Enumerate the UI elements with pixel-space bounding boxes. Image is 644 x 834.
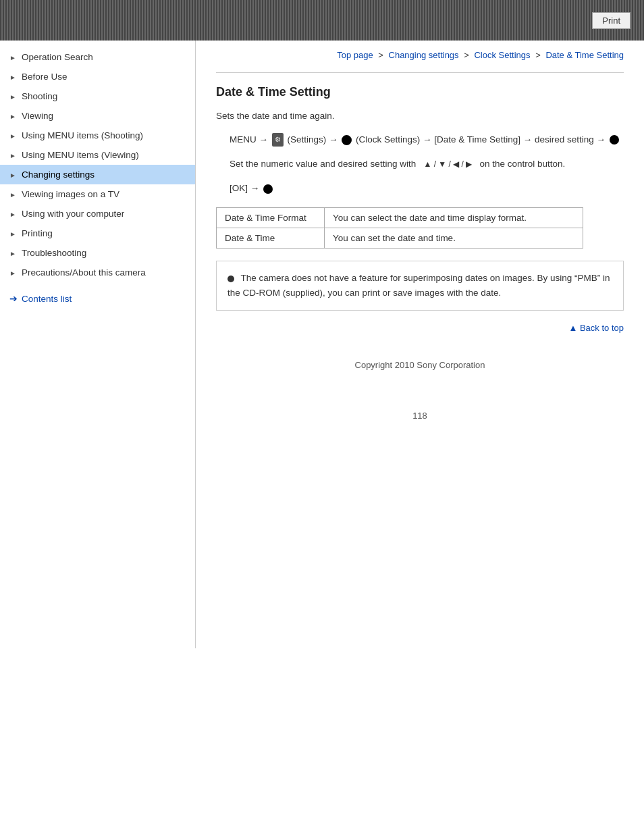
chevron-right-icon: ► xyxy=(9,172,16,178)
instruction2-prefix: Set the numeric value and desired settin… xyxy=(230,159,421,169)
breadcrumb: Top page > Changing settings > Clock Set… xyxy=(216,41,624,67)
print-button[interactable]: Print xyxy=(592,12,630,29)
chevron-right-icon: ► xyxy=(9,93,16,100)
page-title: Date & Time Setting xyxy=(216,85,624,99)
breadcrumb-top-page[interactable]: Top page xyxy=(337,50,373,60)
instruction1-settings: (Settings) → xyxy=(288,134,341,145)
copyright-text: Copyright 2010 Sony Corporation xyxy=(216,353,624,370)
confirm-icon xyxy=(610,135,619,145)
sidebar-item-shooting[interactable]: ► Shooting xyxy=(0,86,195,106)
direction-icons: ▲ / ▼ / ◀ / ▶ xyxy=(423,159,472,169)
info-table: Date & Time Format You can select the da… xyxy=(216,207,583,249)
sidebar-item-using-computer[interactable]: ► Using with your computer xyxy=(0,204,195,224)
chevron-right-icon: ► xyxy=(9,74,16,80)
sidebar-item-label: Viewing images on a TV xyxy=(22,189,119,199)
table-row: Date & Time You can set the date and tim… xyxy=(217,228,583,249)
chevron-right-icon: ► xyxy=(9,211,16,217)
chevron-right-icon: ► xyxy=(9,191,16,198)
note-text: The camera does not have a feature for s… xyxy=(227,273,610,298)
divider xyxy=(216,72,624,73)
contents-list-label: Contents list xyxy=(22,294,72,304)
chevron-right-icon: ► xyxy=(9,152,16,159)
instruction1-clock: (Clock Settings) → [Date & Time Setting]… xyxy=(356,134,608,145)
breadcrumb-current: Date & Time Setting xyxy=(545,50,624,60)
sidebar-item-viewing-images-tv[interactable]: ► Viewing images on a TV xyxy=(0,184,195,204)
sidebar: ► Operation Search ► Before Use ► Shooti… xyxy=(0,41,196,648)
sidebar-item-precautions[interactable]: ► Precautions/About this camera xyxy=(0,263,195,282)
sidebar-item-using-menu-viewing[interactable]: ► Using MENU items (Viewing) xyxy=(0,145,195,165)
sidebar-item-label: Operation Search xyxy=(22,52,93,62)
table-cell-format-label: Date & Time Format xyxy=(217,208,325,228)
contents-list-link[interactable]: ➔ Contents list xyxy=(0,286,195,311)
chevron-right-icon: ► xyxy=(9,54,16,61)
ok-icon xyxy=(263,184,273,194)
back-to-top-link[interactable]: ▲ Back to top xyxy=(568,323,624,333)
back-to-top-label: Back to top xyxy=(580,323,624,333)
sidebar-item-viewing[interactable]: ► Viewing xyxy=(0,106,195,126)
note-box: The camera does not have a feature for s… xyxy=(216,261,624,310)
sidebar-item-label: Using MENU items (Shooting) xyxy=(22,130,143,140)
settings-icon: ⚙ xyxy=(272,133,284,147)
table-row: Date & Time Format You can select the da… xyxy=(217,208,583,228)
bullet-icon xyxy=(227,276,234,282)
sidebar-item-operation-search[interactable]: ► Operation Search xyxy=(0,47,195,67)
intro-text: Sets the date and time again. xyxy=(216,109,624,124)
content-area: Top page > Changing settings > Clock Set… xyxy=(196,41,644,648)
sidebar-item-label: Viewing xyxy=(22,111,53,121)
sidebar-item-label: Troubleshooting xyxy=(22,248,86,258)
header-bar: Print xyxy=(0,0,644,41)
back-to-top[interactable]: ▲ Back to top xyxy=(216,323,624,333)
table-cell-format-desc: You can select the date and time display… xyxy=(325,208,583,228)
chevron-right-icon: ► xyxy=(9,132,16,139)
instruction1-block: MENU → ⚙ (Settings) → (Clock Settings) →… xyxy=(230,132,624,148)
breadcrumb-changing-settings[interactable]: Changing settings xyxy=(389,50,459,60)
sidebar-item-label: Before Use xyxy=(22,72,68,82)
sidebar-item-printing[interactable]: ► Printing xyxy=(0,224,195,243)
sidebar-item-label: Shooting xyxy=(22,91,57,101)
table-cell-datetime-desc: You can set the date and time. xyxy=(325,228,583,249)
sidebar-item-changing-settings[interactable]: ► Changing settings xyxy=(0,165,195,184)
page-number: 118 xyxy=(216,411,624,434)
chevron-right-icon: ► xyxy=(9,269,16,276)
clock-icon xyxy=(342,135,352,145)
sidebar-item-label: Using MENU items (Viewing) xyxy=(22,150,139,160)
chevron-right-icon: ► xyxy=(9,250,16,257)
arrow-right-icon: ➔ xyxy=(9,293,18,304)
instruction3-text: [OK] → xyxy=(230,183,262,193)
main-container: ► Operation Search ► Before Use ► Shooti… xyxy=(0,41,644,648)
breadcrumb-sep3: > xyxy=(535,50,543,60)
instruction3-block: [OK] → xyxy=(230,180,624,197)
sidebar-item-label: Using with your computer xyxy=(22,209,124,219)
sidebar-item-troubleshooting[interactable]: ► Troubleshooting xyxy=(0,243,195,263)
breadcrumb-sep1: > xyxy=(378,50,385,60)
sidebar-item-label: Changing settings xyxy=(22,170,95,180)
sidebar-item-label: Precautions/About this camera xyxy=(22,267,146,278)
instruction2-block: Set the numeric value and desired settin… xyxy=(230,156,624,172)
sidebar-item-using-menu-shooting[interactable]: ► Using MENU items (Shooting) xyxy=(0,126,195,145)
triangle-up-icon: ▲ xyxy=(568,323,577,333)
sidebar-item-label: Printing xyxy=(22,228,53,238)
instruction2-suffix: on the control button. xyxy=(475,159,565,169)
table-cell-datetime-label: Date & Time xyxy=(217,228,325,249)
sidebar-item-before-use[interactable]: ► Before Use xyxy=(0,67,195,86)
breadcrumb-clock-settings[interactable]: Clock Settings xyxy=(474,50,530,60)
breadcrumb-sep2: > xyxy=(464,50,471,60)
chevron-right-icon: ► xyxy=(9,113,16,120)
chevron-right-icon: ► xyxy=(9,230,16,237)
instruction1-prefix: MENU → xyxy=(230,134,271,145)
